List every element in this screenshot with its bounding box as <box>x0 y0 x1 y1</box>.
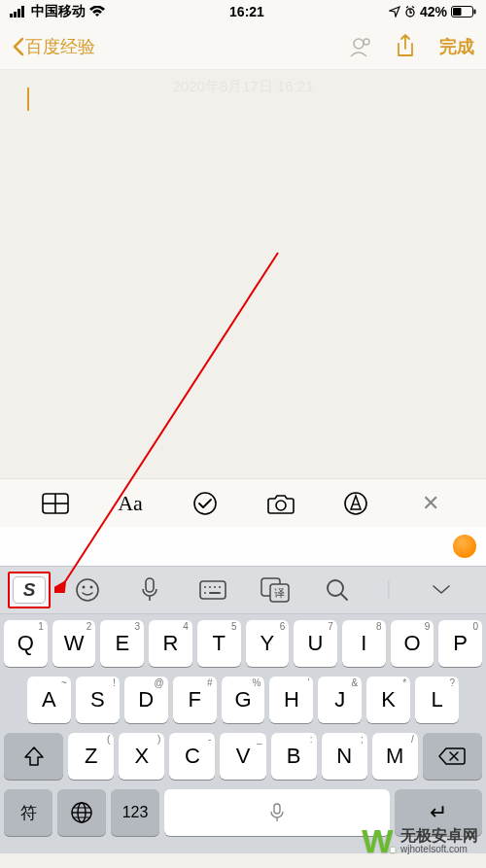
key-i[interactable]: I8 <box>342 620 386 667</box>
ime-separator: │ <box>385 581 395 599</box>
svg-point-20 <box>90 586 93 589</box>
share-icon <box>396 34 415 59</box>
table-button[interactable] <box>41 489 70 518</box>
collaborate-button[interactable] <box>346 34 371 59</box>
note-content[interactable]: 2020年8月17日 16:21 <box>0 70 486 478</box>
search-button[interactable] <box>322 574 353 606</box>
backspace-icon <box>438 746 466 766</box>
chevron-down-icon <box>432 584 451 596</box>
key-e[interactable]: E3 <box>100 620 144 667</box>
battery-percent: 42% <box>420 4 447 19</box>
key-p[interactable]: P0 <box>438 620 482 667</box>
key-g[interactable]: G% <box>222 677 265 723</box>
text-cursor <box>27 87 29 111</box>
svg-text:译: 译 <box>273 587 284 599</box>
svg-point-15 <box>276 501 286 510</box>
back-label: 百度经验 <box>25 35 95 58</box>
ime-area: S 译 │ Q1W2E3R4T5Y6U7I8O9P0 <box>0 527 486 853</box>
key-x[interactable]: X) <box>119 733 164 780</box>
translate-button[interactable]: 译 <box>260 574 291 606</box>
status-left: 中国移动 <box>10 3 105 20</box>
done-button[interactable]: 完成 <box>439 35 474 58</box>
sogou-logo-button[interactable]: S <box>8 572 51 608</box>
camera-button[interactable] <box>266 489 295 518</box>
svg-rect-0 <box>10 14 13 17</box>
notes-toolbar: Aa ✕ <box>0 478 486 527</box>
shift-icon <box>23 746 45 767</box>
key-o[interactable]: O9 <box>391 620 434 667</box>
svg-rect-7 <box>474 10 476 15</box>
markup-button[interactable] <box>341 489 370 518</box>
enter-key[interactable]: ↵ <box>395 789 482 836</box>
chevron-left-icon <box>12 37 25 56</box>
svg-rect-6 <box>453 8 462 16</box>
status-time: 16:21 <box>229 4 264 19</box>
key-j[interactable]: J& <box>318 677 362 723</box>
key-k[interactable]: K* <box>366 677 410 723</box>
key-t[interactable]: T5 <box>197 620 241 667</box>
svg-rect-29 <box>209 592 221 594</box>
checklist-button[interactable] <box>191 489 220 518</box>
share-button[interactable] <box>393 34 418 59</box>
backspace-key[interactable] <box>423 733 482 780</box>
close-keyboard-button[interactable]: ✕ <box>416 489 445 518</box>
status-right: 42% <box>389 4 476 19</box>
svg-point-25 <box>209 586 211 588</box>
svg-point-24 <box>204 586 206 588</box>
translate-icon: 译 <box>260 577 290 603</box>
keyboard: Q1W2E3R4T5Y6U7I8O9P0 A~S!D@F#G%H'J&K*L? … <box>0 614 486 853</box>
key-f[interactable]: F# <box>173 677 217 723</box>
key-z[interactable]: Z( <box>68 733 114 780</box>
voice-button[interactable] <box>134 574 165 606</box>
svg-line-34 <box>341 594 347 600</box>
svg-point-27 <box>219 586 221 588</box>
kb-row-2: A~S!D@F#G%H'J&K*L? <box>4 677 482 723</box>
key-b[interactable]: B: <box>271 733 317 780</box>
key-d[interactable]: D@ <box>124 677 168 723</box>
key-y[interactable]: Y6 <box>246 620 290 667</box>
ime-candidate-strip[interactable] <box>0 527 486 566</box>
people-icon <box>346 36 371 57</box>
key-c[interactable]: C- <box>169 733 215 780</box>
check-circle-icon <box>192 491 218 516</box>
key-l[interactable]: L? <box>415 677 459 723</box>
carrier-label: 中国移动 <box>31 3 86 20</box>
format-button[interactable]: Aa <box>116 489 145 518</box>
kb-row-4: 符 123 ↵ <box>4 789 482 836</box>
svg-rect-21 <box>146 578 154 592</box>
table-icon <box>42 493 69 514</box>
emoji-button[interactable] <box>72 574 103 606</box>
key-s[interactable]: S! <box>76 677 120 723</box>
shift-key[interactable] <box>4 733 63 780</box>
kb-row-1: Q1W2E3R4T5Y6U7I8O9P0 <box>4 620 482 667</box>
ime-avatar[interactable] <box>453 535 476 558</box>
key-q[interactable]: Q1 <box>4 620 48 667</box>
signal-icon <box>10 6 27 17</box>
back-button[interactable]: 百度经验 <box>12 35 95 58</box>
emoji-icon <box>75 577 100 603</box>
space-key[interactable] <box>164 789 390 836</box>
battery-icon <box>451 6 476 17</box>
svg-rect-2 <box>17 9 20 17</box>
status-bar: 中国移动 16:21 42% <box>0 0 486 23</box>
key-h[interactable]: H' <box>269 677 313 723</box>
key-a[interactable]: A~ <box>27 677 71 723</box>
notes-header: 百度经验 完成 <box>0 23 486 70</box>
collapse-button[interactable] <box>426 574 457 606</box>
key-u[interactable]: U7 <box>294 620 337 667</box>
symbols-key[interactable]: 符 <box>4 789 52 836</box>
keyboard-switch-button[interactable] <box>197 574 228 606</box>
key-v[interactable]: V_ <box>220 733 265 780</box>
key-r[interactable]: R4 <box>149 620 192 667</box>
key-m[interactable]: M/ <box>372 733 418 780</box>
search-icon <box>326 578 349 602</box>
globe-key[interactable] <box>57 789 106 836</box>
key-w[interactable]: W2 <box>52 620 96 667</box>
key-n[interactable]: N; <box>322 733 367 780</box>
wifi-icon <box>89 6 105 17</box>
svg-rect-3 <box>21 6 24 17</box>
ime-toolbar: S 译 │ <box>0 566 486 614</box>
camera-icon <box>267 493 295 514</box>
svg-point-18 <box>77 579 98 601</box>
numeric-key[interactable]: 123 <box>111 789 159 836</box>
